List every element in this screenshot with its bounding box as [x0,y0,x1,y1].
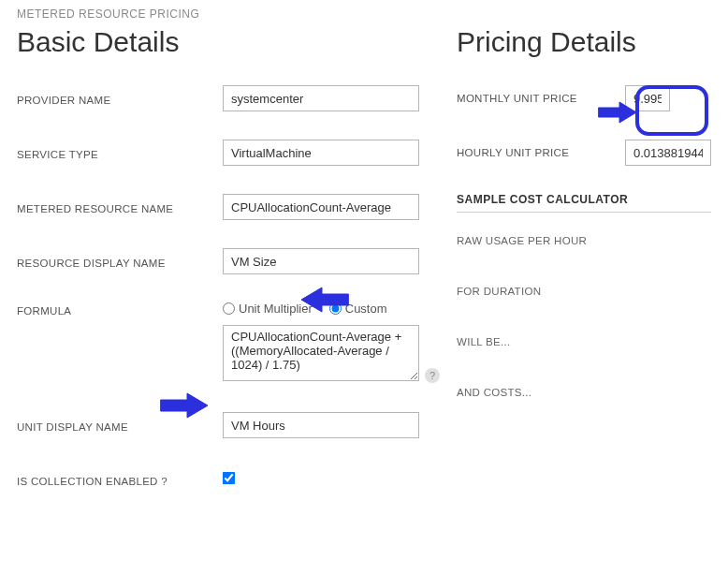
formula-radio-unit-multiplier[interactable]: Unit Multiplier [223,302,313,316]
metered-resource-name-label: METERED RESOURCE NAME [17,199,223,214]
monthly-unit-price-input[interactable] [625,85,670,111]
resource-display-name-input[interactable] [223,248,419,274]
provider-name-label: PROVIDER NAME [17,91,223,106]
formula-radio-custom[interactable]: Custom [329,302,387,316]
hourly-unit-price-input[interactable] [625,140,711,166]
unit-display-name-input[interactable] [223,412,419,438]
formula-radio-custom-label: Custom [345,302,387,316]
pricing-details-heading: Pricing Details [457,26,711,58]
unit-display-name-label: UNIT DISPLAY NAME [17,418,223,433]
breadcrumb: METERED RESOURCE PRICING [17,7,711,21]
metered-resource-name-input[interactable] [223,194,419,220]
formula-label: FORMULA [17,302,223,317]
hourly-unit-price-label: HOURLY UNIT PRICE [457,147,625,158]
formula-radio-custom-input[interactable] [329,302,342,315]
service-type-input[interactable] [223,140,419,166]
formula-radio-unit-multiplier-label: Unit Multiplier [239,302,313,316]
is-collection-enabled-label: IS COLLECTION ENABLED ? [17,472,223,487]
formula-textarea[interactable]: CPUAllocationCount-Average + ((MemoryAll… [223,325,419,381]
help-icon[interactable]: ? [425,368,440,383]
provider-name-input[interactable] [223,85,419,111]
sample-cost-calculator-heading: SAMPLE COST CALCULATOR [457,193,711,213]
basic-details-heading: Basic Details [17,26,419,58]
resource-display-name-label: RESOURCE DISPLAY NAME [17,254,223,269]
and-costs-label: AND COSTS... [457,387,711,398]
formula-radio-unit-multiplier-input[interactable] [223,302,235,315]
is-collection-enabled-checkbox[interactable] [223,472,236,485]
will-be-label: WILL BE... [457,336,711,347]
for-duration-label: FOR DURATION [457,286,711,297]
raw-usage-per-hour-label: RAW USAGE PER HOUR [457,235,711,246]
monthly-unit-price-label: MONTHLY UNIT PRICE [457,93,625,104]
pricing-details-panel: Pricing Details MONTHLY UNIT PRICE HOURL… [457,26,711,520]
basic-details-panel: Basic Details PROVIDER NAME SERVICE TYPE… [17,26,419,520]
service-type-label: SERVICE TYPE [17,145,223,160]
